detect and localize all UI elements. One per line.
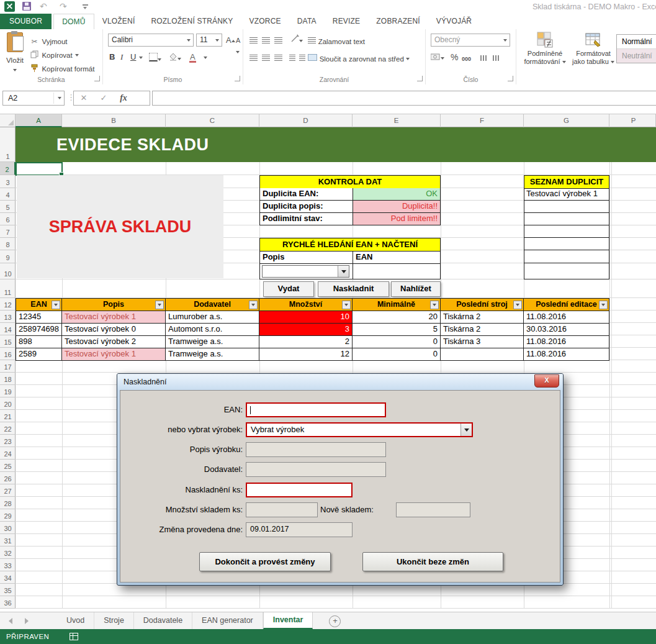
copy-button[interactable]: Kopírovat [30, 49, 79, 61]
conditional-formatting-button[interactable]: Podmíněnéformátování [521, 32, 568, 66]
column-header-E[interactable]: E [353, 114, 441, 127]
table-cell-r2-c0[interactable]: 898 [16, 336, 62, 348]
name-box[interactable]: A2 [2, 91, 65, 106]
action-button-2[interactable]: Nahlížet [391, 281, 441, 297]
row-header-9[interactable]: 9 [0, 250, 16, 263]
row-header-30[interactable]: 30 [0, 522, 16, 534]
row-header-13[interactable]: 13 [0, 311, 16, 323]
row-header-31[interactable]: 31 [0, 534, 16, 546]
borders-icon[interactable] [149, 53, 161, 64]
wrap-text-button[interactable]: Zalamovat text [308, 35, 365, 47]
dialog-field-6[interactable]: 09.01.2017 [246, 522, 353, 537]
align-bottom-icon[interactable] [274, 35, 282, 47]
duplicate-item-1[interactable] [524, 201, 609, 213]
row-header-32[interactable]: 32 [0, 546, 16, 559]
sheet-tab-1[interactable]: Stroje [94, 612, 134, 629]
ribbon-tab-5[interactable]: DATA [289, 14, 325, 29]
align-top-icon[interactable] [249, 35, 258, 47]
row-header-20[interactable]: 20 [0, 397, 16, 410]
ribbon-tab-3[interactable]: ROZLOŽENÍ STRÁNKY [143, 14, 241, 29]
table-cell-r3-c5[interactable] [441, 348, 524, 361]
ribbon-tab-7[interactable]: ZOBRAZENÍ [368, 14, 428, 29]
column-header-F[interactable]: F [441, 114, 524, 127]
table-header-1[interactable]: Popis [62, 298, 166, 311]
table-cell-r0-c0[interactable]: 12345 [16, 311, 62, 324]
number-dialog-launcher[interactable] [508, 76, 513, 81]
shrink-font-icon[interactable]: A [236, 35, 243, 46]
insert-function-icon[interactable]: fx [114, 91, 133, 105]
table-cell-r3-c6[interactable]: 11.08.2016 [524, 348, 609, 361]
table-header-2[interactable]: Dodavatel [166, 298, 259, 311]
row-header-1[interactable]: 1 [0, 127, 16, 162]
italic-button[interactable]: I [120, 52, 123, 63]
ribbon-tab-1[interactable]: DOMŮ [53, 14, 94, 29]
tab-scroll-left-icon[interactable] [9, 618, 12, 624]
font-size-combo[interactable]: 11 [196, 34, 222, 47]
row-header-17[interactable]: 17 [0, 360, 16, 373]
table-header-4[interactable]: Minimálně [353, 298, 441, 311]
font-color-icon[interactable]: A [190, 52, 207, 63]
row-header-29[interactable]: 29 [0, 509, 16, 522]
table-cell-r1-c6[interactable]: 30.03.2016 [524, 324, 609, 336]
cut-button[interactable]: ✂ Vyjmout [30, 35, 68, 48]
dialog-field-5[interactable] [246, 502, 318, 517]
row-header-34[interactable]: 34 [0, 571, 16, 584]
row-header-7[interactable]: 7 [0, 225, 16, 238]
table-header-5[interactable]: Poslední stroj [441, 298, 524, 311]
bold-button[interactable]: B [109, 52, 115, 63]
sheet-tab-2[interactable]: Dodavatele [134, 612, 192, 629]
row-header-6[interactable]: 6 [0, 213, 16, 225]
row-header-18[interactable]: 18 [0, 373, 16, 385]
dialog-button-0[interactable]: Dokončit a provést změny [199, 552, 331, 571]
style-normal[interactable]: Normální [617, 35, 656, 48]
table-cell-r1-c3[interactable]: 3 [259, 324, 353, 336]
clipboard-dialog-launcher[interactable] [94, 76, 100, 81]
table-cell-r3-c3[interactable]: 12 [259, 348, 353, 361]
row-header-21[interactable]: 21 [0, 410, 16, 422]
dialog-field-5b[interactable] [396, 502, 470, 517]
column-header-A[interactable]: A [16, 114, 62, 127]
dialog-field-2[interactable] [246, 442, 386, 457]
row-header-12[interactable]: 12 [0, 298, 16, 311]
filter-dropdown-icon[interactable] [430, 301, 439, 309]
style-neutral[interactable]: Neutrální [617, 48, 656, 63]
decrease-indent-icon[interactable] [289, 53, 295, 64]
search-product-combo[interactable] [262, 265, 349, 278]
paste-button[interactable]: Vložit [2, 32, 28, 76]
align-middle-icon[interactable] [262, 35, 270, 47]
dialog-field-4[interactable] [246, 483, 353, 497]
dialog-close-button[interactable]: X [534, 374, 559, 388]
fill-color-icon[interactable] [169, 53, 181, 64]
duplicate-item-4[interactable] [524, 238, 609, 250]
ribbon-tab-6[interactable]: REVIZE [325, 14, 369, 29]
duplicate-item-0[interactable]: Testovací výrobek 1 [524, 188, 609, 201]
enter-icon[interactable]: ✓ [94, 91, 114, 105]
table-cell-r2-c3[interactable]: 2 [259, 336, 353, 348]
row-header-16[interactable]: 16 [0, 348, 16, 360]
alignment-dialog-launcher[interactable] [417, 76, 423, 81]
table-cell-r0-c2[interactable]: Lumurober a.s. [166, 311, 259, 324]
qat-customize-icon[interactable] [83, 4, 88, 6]
redo-icon[interactable]: ↷ [60, 1, 67, 11]
duplicate-item-6[interactable] [524, 263, 609, 279]
table-header-3[interactable]: Množství [259, 298, 353, 311]
increase-indent-icon[interactable] [299, 53, 305, 64]
row-header-5[interactable]: 5 [0, 201, 16, 213]
dialog-field-3[interactable] [246, 462, 386, 477]
row-header-28[interactable]: 28 [0, 497, 16, 509]
duplicate-item-2[interactable] [524, 213, 609, 225]
row-header-24[interactable]: 24 [0, 447, 16, 460]
table-cell-r1-c5[interactable]: Tiskárna 2 [441, 324, 524, 336]
accounting-format-icon[interactable] [431, 52, 444, 63]
row-header-36[interactable]: 36 [0, 596, 16, 609]
table-cell-r3-c4[interactable]: 0 [353, 348, 441, 361]
table-cell-r0-c1[interactable]: Testovací výrobek 1 [62, 311, 166, 324]
table-cell-r0-c3[interactable]: 10 [259, 311, 353, 324]
merge-center-button[interactable]: Sloučit a zarovnat na střed [308, 53, 410, 64]
format-as-table-button[interactable]: Formátovatjako tabulku [570, 32, 617, 66]
ribbon-tab-0[interactable]: SOUBOR [0, 14, 52, 29]
decrease-decimal-icon[interactable] [493, 53, 500, 64]
row-header-3[interactable]: 3 [0, 175, 16, 188]
align-right-icon[interactable] [274, 53, 282, 64]
row-header-23[interactable]: 23 [0, 435, 16, 447]
